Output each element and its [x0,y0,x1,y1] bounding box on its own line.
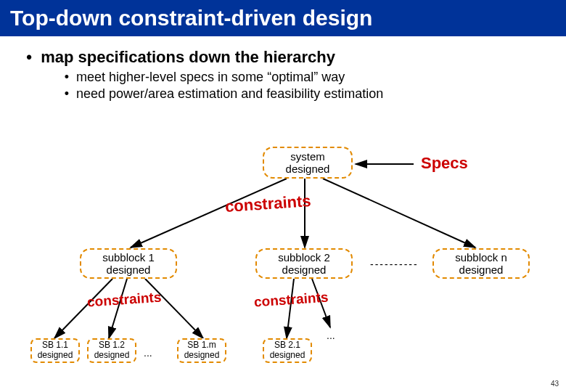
bullet2a-text: meet higher-level specs in some “optimal… [76,70,345,84]
bullet-level2: • need power/area estimation and feasibi… [61,86,551,102]
bullet-dot: • [22,48,36,67]
node-line1: system [264,150,351,163]
specs-label: Specs [421,154,468,173]
slide-title: Top-down constraint-driven design [0,0,566,36]
bullet-dot: • [61,86,73,102]
node-line1: SB 2.1 [264,340,311,351]
node-line1: SB 1.1 [32,340,78,351]
node-line1: SB 1.2 [89,340,135,351]
node-sb12: SB 1.2 designed [87,338,136,363]
svg-line-3 [323,179,475,248]
ellipsis: ... [144,347,152,359]
node-line1: subblock 1 [81,251,176,264]
bullet-level1: • map specifications down the hierarchy [22,48,551,67]
node-system: system designed [263,147,353,179]
bullet1-text: map specifications down the hierarchy [41,48,335,66]
node-line1: subblock 2 [257,251,351,264]
node-line2: designed [179,351,225,361]
node-line2: designed [257,264,351,276]
page-number: 43 [551,380,559,388]
bullet-level2: • meet higher-level specs in some “optim… [61,70,551,85]
node-line2: designed [89,351,135,361]
bullet2b-text: need power/area estimation and feasibili… [76,86,383,101]
node-sb1m: SB 1.m designed [177,338,226,363]
node-line2: designed [264,163,351,175]
ellipsis-dashes: ---------- [370,258,419,270]
node-subblock2: subblock 2 designed [255,248,353,279]
node-line1: subblock n [434,251,528,264]
svg-line-7 [287,279,294,338]
body-text: • map specifications down the hierarchy … [0,36,566,102]
node-line2: designed [264,351,311,361]
node-line2: designed [434,264,528,276]
node-subblockn: subblock n designed [432,248,530,279]
node-line1: SB 1.m [179,340,225,351]
diagram: system designed Specs constraints subblo… [0,142,566,375]
node-line2: designed [32,351,78,361]
node-sb11: SB 1.1 designed [30,338,80,363]
ellipsis: ... [327,330,335,341]
svg-line-6 [145,279,203,338]
bullet-dot: • [61,70,73,85]
node-line2: designed [81,264,176,276]
node-sb21: SB 2.1 designed [263,338,312,363]
node-subblock1: subblock 1 designed [80,248,177,279]
